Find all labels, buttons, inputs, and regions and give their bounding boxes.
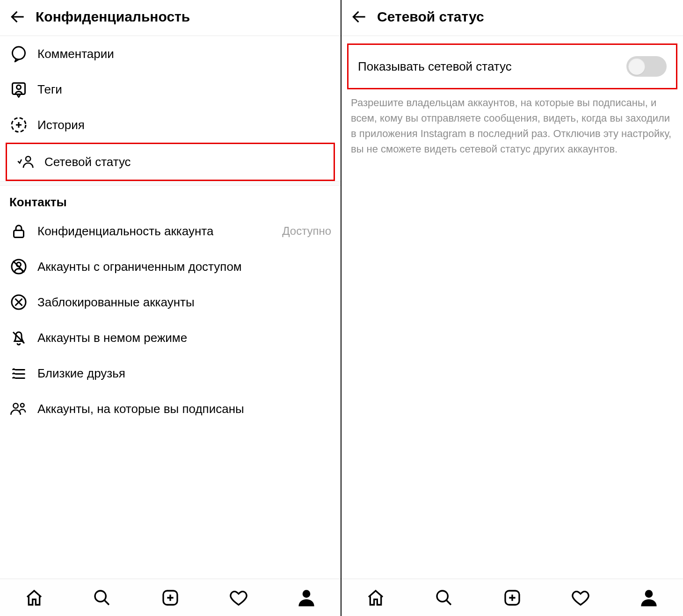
svg-point-2 (17, 85, 21, 89)
activity-status-icon (16, 152, 35, 171)
bell-off-icon (9, 328, 28, 347)
row-comments[interactable]: Комментарии (0, 36, 341, 72)
svg-point-9 (13, 403, 18, 408)
nav-activity-icon[interactable] (229, 588, 248, 608)
setting-description: Разрешите владельцам аккаунтов, на котор… (342, 89, 683, 157)
toggle-knob (628, 58, 645, 75)
restricted-icon (9, 257, 28, 276)
nav-add-icon[interactable] (160, 588, 180, 608)
row-label: История (37, 118, 85, 132)
following-icon (9, 399, 28, 418)
toggle-label: Показывать сетевой статус (358, 59, 512, 74)
privacy-screen: Конфиденциальность Комментарии Теги (0, 0, 342, 616)
page-title: Сетевой статус (377, 9, 484, 25)
back-arrow-icon[interactable] (349, 7, 370, 27)
nav-search-icon[interactable] (434, 588, 454, 608)
row-muted[interactable]: Аккаунты в немом режиме (0, 320, 341, 355)
section-divider (0, 181, 341, 186)
highlight-toggle-row: Показывать сетевой статус (347, 43, 677, 89)
content-area: Комментарии Теги История (0, 36, 341, 616)
row-label: Теги (37, 82, 62, 97)
row-story[interactable]: История (0, 107, 341, 143)
row-label: Комментарии (37, 47, 114, 61)
svg-point-11 (95, 591, 106, 602)
row-label: Аккаунты с ограниченным доступом (37, 260, 242, 274)
svg-rect-5 (14, 231, 24, 238)
back-arrow-icon[interactable] (7, 7, 28, 27)
close-friends-icon (9, 364, 28, 383)
nav-profile-icon[interactable] (639, 588, 659, 608)
header: Сетевой статус (342, 0, 683, 36)
svg-point-0 (13, 47, 25, 59)
row-label: Сетевой статус (44, 155, 131, 169)
svg-point-4 (26, 156, 30, 161)
page-title: Конфиденциальность (36, 9, 190, 25)
nav-search-icon[interactable] (92, 588, 112, 608)
row-following[interactable]: Аккаунты, на которые вы подписаны (0, 391, 341, 427)
highlight-activity-status: Сетевой статус (6, 143, 335, 181)
story-add-icon (9, 116, 28, 134)
row-trailing: Доступно (282, 225, 331, 238)
lock-icon (9, 222, 28, 240)
svg-point-16 (645, 590, 653, 598)
row-label: Аккаунты в немом режиме (37, 331, 187, 345)
section-title-contacts: Контакты (0, 186, 341, 213)
row-label: Близкие друзья (37, 366, 125, 381)
activity-status-screen: Сетевой статус Показывать сетевой статус… (342, 0, 683, 616)
row-blocked[interactable]: Заблокированные аккаунты (0, 284, 341, 320)
nav-add-icon[interactable] (502, 588, 522, 608)
nav-profile-icon[interactable] (297, 588, 316, 608)
nav-home-icon[interactable] (366, 588, 385, 608)
row-tags[interactable]: Теги (0, 72, 341, 107)
content-area: Показывать сетевой статус Разрешите влад… (342, 36, 683, 616)
bottom-nav (0, 579, 341, 616)
svg-point-14 (437, 591, 448, 602)
row-label: Аккаунты, на которые вы подписаны (37, 402, 244, 416)
svg-point-10 (21, 403, 24, 407)
svg-point-13 (303, 590, 311, 598)
row-activity-status[interactable]: Сетевой статус (7, 144, 334, 180)
row-label: Конфиденциальность аккаунта (37, 224, 213, 239)
row-account-privacy[interactable]: Конфиденциальность аккаунта Доступно (0, 213, 341, 249)
row-label: Заблокированные аккаунты (37, 295, 195, 310)
nav-home-icon[interactable] (24, 588, 44, 608)
blocked-icon (9, 293, 28, 312)
speech-bubble-icon (9, 44, 28, 63)
toggle-activity-status[interactable] (626, 56, 667, 77)
row-restricted[interactable]: Аккаунты с ограниченным доступом (0, 249, 341, 284)
nav-activity-icon[interactable] (571, 588, 590, 608)
toggle-row-activity-status: Показывать сетевой статус (349, 45, 676, 88)
bottom-nav (342, 579, 683, 616)
header: Конфиденциальность (0, 0, 341, 36)
tag-person-icon (9, 80, 28, 99)
row-close-friends[interactable]: Близкие друзья (0, 355, 341, 391)
